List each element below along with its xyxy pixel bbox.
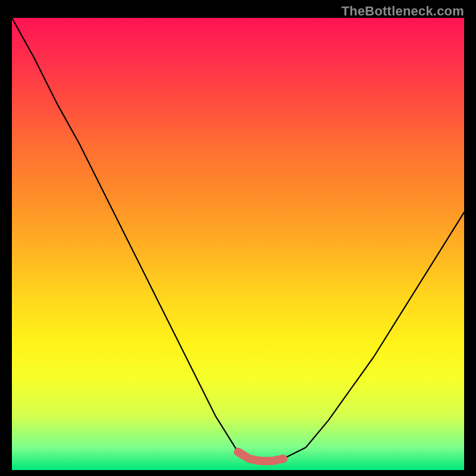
curve-svg (12, 18, 464, 470)
gradient-plot-area (12, 18, 464, 470)
watermark-text: TheBottleneck.com (342, 4, 464, 19)
chart-frame: TheBottleneck.com (0, 0, 476, 476)
bottleneck-curve (12, 18, 464, 461)
plateau-highlight (238, 452, 283, 461)
